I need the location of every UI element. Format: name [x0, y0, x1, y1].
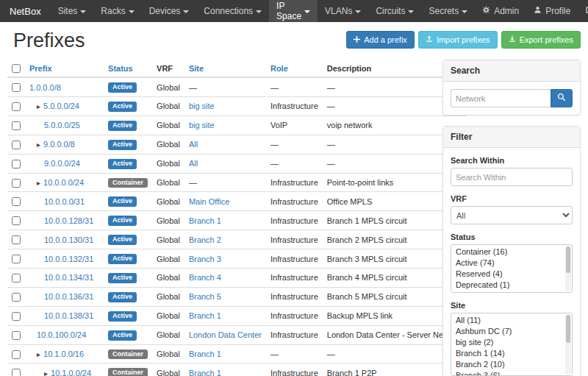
site-link[interactable]: London Data Center — [189, 330, 262, 339]
nav-item-connections[interactable]: Connections — [196, 0, 269, 22]
prefix-link[interactable]: 5.0.0.0/25 — [44, 121, 80, 130]
site-filter-listbox[interactable]: All (11)Ashburn DC (7)big site (2)Branch… — [451, 313, 573, 376]
row-checkbox[interactable] — [12, 274, 21, 283]
row-checkbox[interactable] — [12, 160, 21, 169]
prefix-link[interactable]: 10.0.0.136/31 — [44, 292, 93, 301]
site-link[interactable]: Main Office — [189, 197, 229, 206]
nav-item-sites[interactable]: Sites — [51, 0, 94, 22]
nav-item-devices[interactable]: Devices — [142, 0, 197, 22]
role-value: Infrastructure — [270, 273, 318, 282]
scrollbar-thumb[interactable] — [566, 246, 570, 273]
nav-item-profile[interactable]: Profile — [526, 0, 578, 22]
role-value: Infrastructure — [270, 292, 318, 301]
prefix-link[interactable]: 10.0.100.0/24 — [37, 330, 86, 339]
filter-option[interactable]: Branch 2 (10) — [451, 359, 564, 370]
filter-option[interactable]: Branch 3 (6) — [451, 370, 564, 376]
column-header-prefix[interactable]: Prefix — [25, 60, 104, 77]
scrollbar-thumb[interactable] — [566, 315, 570, 343]
export-prefixes-button[interactable]: Export prefixes — [501, 31, 581, 49]
site-link[interactable]: Branch 2 — [189, 235, 221, 244]
site-link[interactable]: All — [189, 159, 198, 168]
site-link[interactable]: big site — [189, 121, 215, 130]
prefix-link[interactable]: 5.0.0.0/24 — [43, 102, 79, 110]
filter-option[interactable]: Ashburn DC (7) — [451, 326, 564, 337]
column-header-status[interactable]: Status — [104, 60, 152, 77]
row-checkbox[interactable] — [12, 255, 21, 263]
nav-item-secrets[interactable]: Secrets — [421, 0, 475, 22]
nav-item-admin[interactable]: Admin — [475, 0, 526, 22]
scrollbar[interactable] — [565, 314, 571, 375]
add-prefix-button[interactable]: Add a prefix — [346, 31, 415, 49]
site-link[interactable]: Branch 4 — [189, 273, 221, 282]
search-within-input[interactable] — [451, 168, 573, 186]
expand-toggle-icon[interactable]: ▸ — [44, 369, 48, 376]
prefix-link[interactable]: 10.0.0.0/24 — [43, 178, 84, 187]
filter-option[interactable]: big site (2) — [451, 337, 564, 348]
prefix-link[interactable]: 10.0.0.134/31 — [44, 273, 93, 282]
search-input[interactable] — [451, 89, 551, 107]
nav-item-logout[interactable]: Log out — [578, 0, 588, 22]
row-checkbox[interactable] — [12, 83, 21, 92]
nav-item-racks[interactable]: Racks — [93, 0, 141, 22]
site-link[interactable]: All — [189, 140, 198, 149]
expand-toggle-icon[interactable]: ▸ — [37, 102, 40, 110]
row-checkbox[interactable] — [12, 179, 21, 188]
description-value: Branch 2 MPLS circuit — [327, 235, 407, 244]
chevron-down-icon — [355, 10, 361, 13]
prefix-link[interactable]: 10.1.0.0/16 — [43, 350, 84, 358]
prefix-link[interactable]: 10.0.0.132/31 — [44, 255, 93, 263]
filter-option[interactable]: Branch 1 (14) — [451, 348, 564, 359]
scrollbar[interactable] — [565, 246, 571, 291]
prefix-link[interactable]: 9.0.0.0/24 — [44, 159, 80, 168]
row-checkbox[interactable] — [12, 312, 21, 321]
row-checkbox[interactable] — [12, 141, 21, 149]
vrf-select[interactable]: All — [451, 206, 573, 224]
expand-toggle-icon[interactable]: ▸ — [37, 141, 40, 149]
column-header-site[interactable]: Site — [184, 60, 266, 77]
row-checkbox[interactable] — [12, 102, 21, 111]
table-row: ▸10.1.0.0/24ContainerGlobalBranch 1Infra… — [7, 363, 467, 376]
site-link[interactable]: Branch 5 — [189, 292, 221, 301]
import-prefixes-button[interactable]: Import prefixes — [418, 31, 498, 49]
prefix-link[interactable]: 9.0.0.0/8 — [43, 140, 75, 149]
nav-item-circuits[interactable]: Circuits — [368, 0, 421, 22]
site-link[interactable]: Branch 1 — [189, 216, 221, 225]
row-checkbox[interactable] — [12, 235, 21, 244]
prefix-link[interactable]: 10.0.0.0/31 — [44, 197, 85, 206]
description-value: — — [327, 83, 335, 92]
nav-item-ip-space[interactable]: IP Space — [269, 0, 318, 22]
app-logo[interactable]: NetBox — [0, 0, 51, 22]
expand-toggle-icon[interactable]: ▸ — [37, 350, 40, 358]
nav-item-vlans[interactable]: VLANs — [318, 0, 368, 22]
site-link[interactable]: Branch 3 — [189, 255, 221, 263]
filter-option[interactable]: Active (74) — [451, 258, 564, 269]
prefix-link[interactable]: 10.0.0.130/31 — [44, 235, 93, 244]
expand-toggle-icon[interactable]: ▸ — [37, 179, 40, 187]
row-checkbox[interactable] — [12, 121, 21, 130]
prefix-link[interactable]: 1.0.0.0/8 — [29, 83, 61, 92]
select-all-checkbox[interactable] — [12, 64, 21, 73]
row-checkbox[interactable] — [12, 293, 21, 302]
filter-option[interactable]: Reserved (4) — [451, 269, 564, 280]
filter-option[interactable]: All (11) — [451, 315, 564, 326]
filter-option[interactable]: Deprecated (1) — [451, 280, 564, 291]
prefix-link[interactable]: 10.0.0.138/31 — [44, 311, 93, 320]
filter-option[interactable]: Container (16) — [451, 246, 564, 258]
prefix-link[interactable]: 10.1.0.0/24 — [51, 369, 91, 376]
site-link[interactable]: Branch 1 — [189, 311, 221, 320]
status-filter-listbox[interactable]: Container (16)Active (74)Reserved (4)Dep… — [451, 244, 573, 293]
site-link[interactable]: Branch 1 — [189, 350, 221, 358]
sidebar: Search Filter Search Within VRF — [442, 60, 581, 376]
vrf-value: Global — [157, 369, 180, 376]
prefix-link[interactable]: 10.0.0.128/31 — [44, 216, 93, 225]
site-link[interactable]: Branch 1 — [189, 369, 221, 376]
chevron-down-icon — [256, 10, 262, 13]
row-checkbox[interactable] — [12, 216, 21, 225]
row-checkbox[interactable] — [12, 197, 21, 206]
search-button[interactable] — [551, 89, 573, 107]
row-checkbox[interactable] — [12, 350, 21, 359]
column-header-role[interactable]: Role — [266, 60, 323, 77]
row-checkbox[interactable] — [12, 331, 21, 340]
row-checkbox[interactable] — [12, 369, 21, 376]
site-link[interactable]: big site — [189, 102, 215, 110]
